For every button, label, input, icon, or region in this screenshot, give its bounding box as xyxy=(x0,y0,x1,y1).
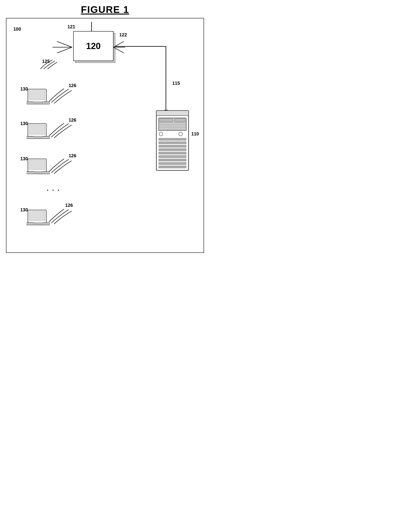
label-100: 100 xyxy=(13,26,21,32)
svg-line-5 xyxy=(113,47,124,53)
svg-line-3 xyxy=(113,41,124,47)
diagram-container: 100 121 122 125 120 115 xyxy=(6,18,204,253)
laptop-icon-1 xyxy=(27,89,50,106)
svg-rect-42 xyxy=(34,223,43,224)
svg-rect-26 xyxy=(159,166,186,168)
label-110: 110 xyxy=(191,131,199,136)
svg-rect-14 xyxy=(160,118,172,122)
box-120: 120 xyxy=(73,31,113,61)
box-120-label: 120 xyxy=(86,41,101,51)
svg-rect-24 xyxy=(159,159,186,161)
svg-rect-38 xyxy=(34,172,43,173)
laptop-icon-2 xyxy=(27,123,50,141)
svg-rect-18 xyxy=(159,138,186,141)
line-to-server xyxy=(165,46,166,111)
page-title: FIGURE 1 xyxy=(81,4,129,15)
svg-rect-28 xyxy=(29,90,45,100)
ellipsis-dots: · · · xyxy=(47,187,60,194)
server-icon xyxy=(153,108,192,173)
svg-line-0 xyxy=(57,41,72,47)
svg-point-17 xyxy=(179,132,182,136)
svg-rect-34 xyxy=(34,136,43,138)
wifi-arcs-4 xyxy=(47,204,72,224)
wifi-arcs-3 xyxy=(47,154,72,174)
svg-line-2 xyxy=(57,47,72,53)
svg-rect-7 xyxy=(156,111,188,116)
svg-rect-21 xyxy=(159,149,186,151)
svg-rect-20 xyxy=(159,145,186,147)
svg-rect-23 xyxy=(159,155,186,158)
arrow-down-120 xyxy=(91,22,92,32)
svg-point-16 xyxy=(159,132,163,136)
laptop-icon-3 xyxy=(27,158,50,176)
wifi-arcs-2 xyxy=(47,119,72,138)
wifi-arcs-1 xyxy=(47,84,72,104)
svg-rect-19 xyxy=(159,142,186,144)
svg-rect-32 xyxy=(29,125,45,135)
laptop-icon-4 xyxy=(27,210,50,227)
svg-rect-30 xyxy=(34,102,43,103)
antenna-right-arcs xyxy=(112,32,131,60)
svg-rect-36 xyxy=(29,160,45,170)
svg-rect-40 xyxy=(29,211,45,221)
label-115: 115 xyxy=(172,81,180,86)
svg-rect-15 xyxy=(175,118,185,122)
antenna-left-arcs xyxy=(30,32,75,69)
svg-rect-25 xyxy=(159,162,186,165)
label-121: 121 xyxy=(68,24,75,30)
svg-rect-22 xyxy=(159,152,186,154)
